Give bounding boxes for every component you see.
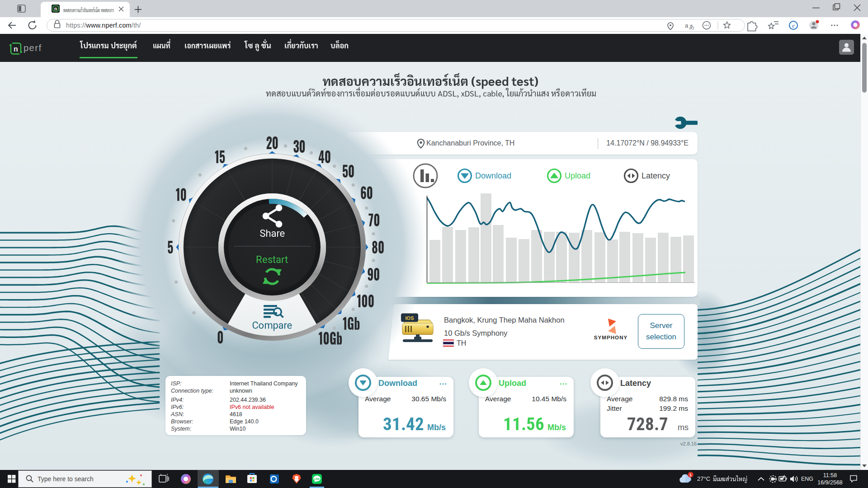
svg-text:Mb/s: Mb/s bbox=[427, 423, 446, 432]
svg-text:IOS: IOS bbox=[406, 315, 414, 321]
svg-text:ms: ms bbox=[678, 423, 689, 432]
svg-text:Mb/s: Mb/s bbox=[547, 423, 566, 432]
